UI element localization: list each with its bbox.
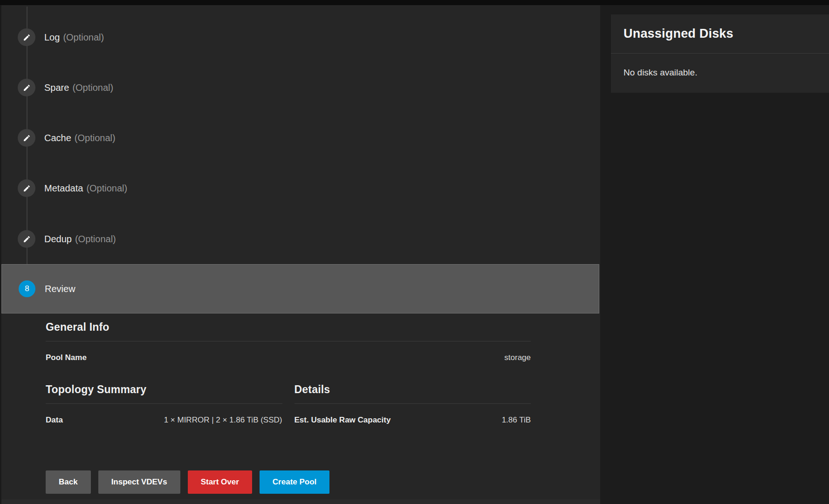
unassigned-disks-card: Unassigned Disks No disks available. — [611, 14, 829, 93]
review-step-content: General Info Pool Name storage Topology … — [46, 321, 531, 494]
edit-pencil-icon — [23, 235, 31, 243]
details-title: Details — [295, 383, 531, 404]
edit-step-circle[interactable] — [18, 179, 35, 197]
edit-pencil-icon — [23, 134, 31, 142]
data-vdev-row: Data 1 × MIRROR | 2 × 1.86 TiB (SSD) — [46, 415, 282, 425]
edit-pencil-icon — [23, 84, 31, 92]
unassigned-disks-body: No disks available. — [611, 54, 829, 78]
stepper-item-label: Dedup — [44, 234, 72, 244]
edit-pencil-icon — [23, 34, 31, 41]
inspect-vdevs-button[interactable]: Inspect VDEVs — [98, 470, 180, 494]
stepper-item-label: Log — [44, 32, 60, 42]
edit-step-circle[interactable] — [18, 79, 35, 96]
edit-step-circle[interactable] — [18, 230, 35, 248]
stepper-item-label: Metadata — [44, 183, 83, 193]
topology-summary-title: Topology Summary — [46, 383, 282, 404]
data-vdev-value: 1 × MIRROR | 2 × 1.86 TiB (SSD) — [164, 415, 282, 425]
stepper-item-optional-tag: (Optional) — [75, 133, 116, 143]
step-number-badge: 8 — [19, 280, 35, 297]
wizard-panel: Log(Optional) Spare(Optional) Cache(Opti… — [0, 5, 600, 504]
back-button[interactable]: Back — [46, 470, 91, 494]
stepper-item-label: Review — [45, 284, 75, 294]
stepper-item-optional-tag: (Optional) — [86, 183, 127, 193]
pool-name-row: Pool Name storage — [46, 353, 531, 362]
stepper-item-text: Dedup(Optional) — [44, 234, 116, 245]
usable-capacity-value: 1.86 TiB — [502, 415, 531, 425]
stepper-item-label: Spare — [44, 82, 69, 93]
unassigned-disks-title: Unassigned Disks — [623, 27, 733, 41]
usable-capacity-row: Est. Usable Raw Capacity 1.86 TiB — [295, 415, 531, 425]
create-pool-button[interactable]: Create Pool — [260, 470, 329, 494]
pool-name-label: Pool Name — [46, 353, 87, 362]
stepper-item-review-active[interactable]: 8 Review — [1, 264, 599, 313]
stepper-item-text: Log(Optional) — [44, 32, 104, 43]
no-disks-message: No disks available. — [623, 68, 697, 77]
stepper-item-text: Spare(Optional) — [44, 82, 113, 93]
wizard-action-buttons: Back Inspect VDEVs Start Over Create Poo… — [46, 470, 531, 494]
stepper-item-text: Cache(Optional) — [44, 133, 116, 143]
details-column: Details Est. Usable Raw Capacity 1.86 Ti… — [295, 383, 531, 425]
stepper-item-dedup[interactable]: Dedup(Optional) — [1, 230, 598, 248]
stepper-item-optional-tag: (Optional) — [72, 82, 113, 93]
summary-columns: Topology Summary Data 1 × MIRROR | 2 × 1… — [46, 383, 531, 425]
stepper-item-metadata[interactable]: Metadata(Optional) — [1, 179, 598, 197]
unassigned-disks-header: Unassigned Disks — [611, 14, 829, 54]
edit-step-circle[interactable] — [18, 28, 35, 46]
top-bar — [0, 0, 829, 5]
edit-pencil-icon — [23, 184, 31, 192]
topology-summary-column: Topology Summary Data 1 × MIRROR | 2 × 1… — [46, 383, 282, 425]
pool-name-value: storage — [504, 353, 531, 362]
stepper-item-optional-tag: (Optional) — [63, 32, 104, 42]
step-number: 8 — [25, 284, 29, 293]
usable-capacity-label: Est. Usable Raw Capacity — [295, 415, 391, 425]
stepper-item-optional-tag: (Optional) — [75, 234, 116, 244]
edit-step-circle[interactable] — [18, 129, 35, 147]
general-info-title: General Info — [46, 321, 531, 341]
panel-bottom-edge — [1, 499, 600, 504]
stepper-item-cache[interactable]: Cache(Optional) — [1, 129, 598, 147]
pool-creation-wizard-screen: Log(Optional) Spare(Optional) Cache(Opti… — [0, 0, 829, 504]
stepper-item-label: Cache — [44, 133, 71, 143]
data-vdev-label: Data — [46, 415, 63, 425]
stepper-item-spare[interactable]: Spare(Optional) — [1, 79, 598, 96]
start-over-button[interactable]: Start Over — [188, 470, 252, 494]
stepper-item-text: Metadata(Optional) — [44, 183, 127, 194]
stepper-item-log[interactable]: Log(Optional) — [1, 28, 598, 46]
